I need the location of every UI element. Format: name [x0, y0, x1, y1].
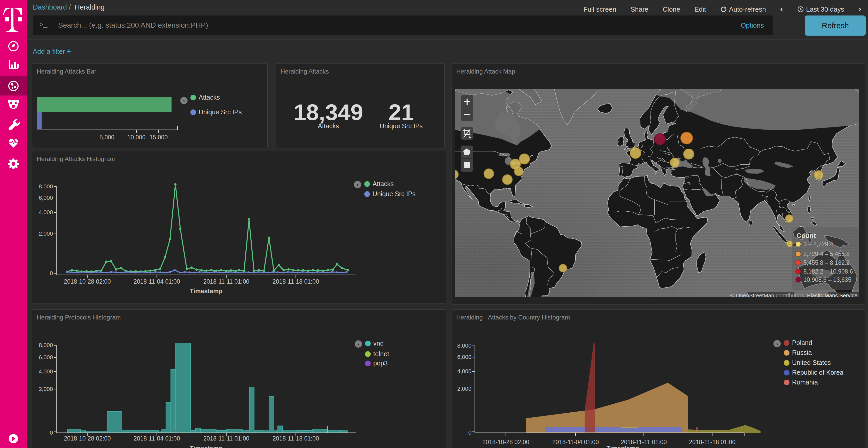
svg-text:5,455.8 – 8,182.2: 5,455.8 – 8,182.2: [803, 260, 850, 266]
svg-text:3 – 2,729.4: 3 – 2,729.4: [803, 241, 833, 247]
svg-text:8,182.2 – 10,908.6: 8,182.2 – 10,908.6: [803, 268, 853, 275]
svg-text:10,908.6 – 13,635: 10,908.6 – 13,635: [803, 276, 851, 283]
svg-text:© OpenStreetMap contributors,: © OpenStreetMap contributors, Elastic Ma…: [730, 292, 858, 298]
svg-text:Count: Count: [797, 232, 816, 240]
svg-text:2,729.4 – 5,455.8: 2,729.4 – 5,455.8: [803, 250, 850, 257]
